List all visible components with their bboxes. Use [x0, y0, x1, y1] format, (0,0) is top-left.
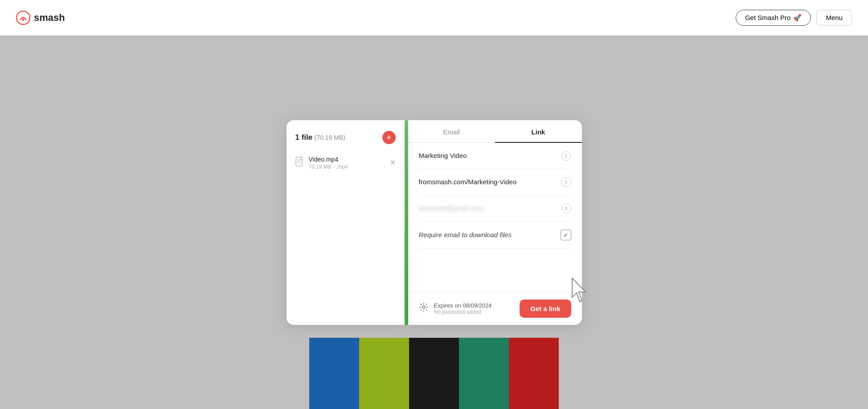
- remove-file-button[interactable]: ✕: [390, 158, 396, 167]
- file-item-left: Video.mp4 70.19 MB · .mp4: [295, 156, 348, 170]
- navbar-right: Get Smash Pro 🚀 Menu: [736, 10, 852, 26]
- option-label-require-email: Require email to download files: [419, 231, 512, 239]
- option-label-title: Marketing Video: [419, 152, 467, 159]
- color-bars: [309, 338, 559, 409]
- option-row-url: fromsmash.com/Marketing-Video i: [419, 169, 571, 195]
- file-count-area: 1 file (70.19 MB): [295, 133, 345, 142]
- require-email-checkbox[interactable]: ✓: [561, 230, 571, 240]
- menu-button[interactable]: Menu: [816, 10, 852, 25]
- option-row-email: someone@gmail.com i: [419, 195, 571, 222]
- get-link-button[interactable]: Get a link: [520, 300, 571, 318]
- cards-wrapper: 1 file (70.19 MB) + Video.mp4: [287, 120, 582, 325]
- settings-gear-icon[interactable]: [419, 302, 429, 315]
- logo-text: smash: [34, 12, 65, 24]
- get-smash-pro-button[interactable]: Get Smash Pro 🚀: [736, 10, 811, 26]
- svg-rect-2: [296, 157, 302, 166]
- navbar: smash Get Smash Pro 🚀 Menu: [0, 0, 868, 36]
- tabs-row: Email Link: [408, 120, 582, 143]
- add-file-button[interactable]: +: [382, 131, 396, 144]
- card-accent: [405, 120, 408, 325]
- svg-point-1: [22, 18, 25, 20]
- tab-link[interactable]: Link: [495, 120, 582, 143]
- color-bar-blue: [309, 338, 359, 409]
- rocket-icon: 🚀: [793, 14, 802, 22]
- footer-left: Expires on 08/09/2024 No password added: [419, 302, 492, 315]
- options-body: Marketing Video i fromsmash.com/Marketin…: [408, 143, 582, 292]
- options-footer: Expires on 08/09/2024 No password added …: [408, 292, 582, 325]
- expiry-label: Expires on 08/09/2024: [434, 302, 492, 309]
- color-bar-lime: [359, 338, 409, 409]
- expiry-info: Expires on 08/09/2024 No password added: [434, 302, 492, 315]
- info-icon-email[interactable]: i: [561, 203, 571, 213]
- option-row-title: Marketing Video i: [419, 143, 571, 169]
- smash-logo-icon: [16, 11, 30, 25]
- file-name: Video.mp4: [309, 156, 348, 163]
- main-content: 1 file (70.19 MB) + Video.mp4: [0, 36, 868, 409]
- option-label-email: someone@gmail.com: [419, 205, 483, 212]
- file-total-size: (70.19 MB): [315, 134, 345, 141]
- option-row-require-email: Require email to download files ✓: [419, 222, 571, 249]
- color-bar-green: [459, 338, 509, 409]
- option-label-url: fromsmash.com/Marketing-Video: [419, 178, 517, 186]
- logo: smash: [16, 11, 65, 25]
- tab-email[interactable]: Email: [408, 120, 495, 143]
- file-count-label: 1 file: [295, 133, 313, 142]
- info-icon-url[interactable]: i: [561, 177, 571, 187]
- file-item: Video.mp4 70.19 MB · .mp4 ✕: [295, 153, 396, 173]
- color-bar-black: [409, 338, 459, 409]
- color-bar-red: [509, 338, 559, 409]
- expiry-sub: No password added: [434, 309, 492, 315]
- svg-point-3: [422, 306, 425, 308]
- file-card-header: 1 file (70.19 MB) +: [295, 131, 396, 144]
- file-meta: 70.19 MB · .mp4: [309, 164, 348, 170]
- file-type-icon: [295, 157, 304, 169]
- file-card: 1 file (70.19 MB) + Video.mp4: [287, 120, 405, 325]
- options-card: Email Link Marketing Video i fromsmash.c…: [408, 120, 582, 325]
- file-details: Video.mp4 70.19 MB · .mp4: [309, 156, 348, 170]
- info-icon-title[interactable]: i: [561, 151, 571, 161]
